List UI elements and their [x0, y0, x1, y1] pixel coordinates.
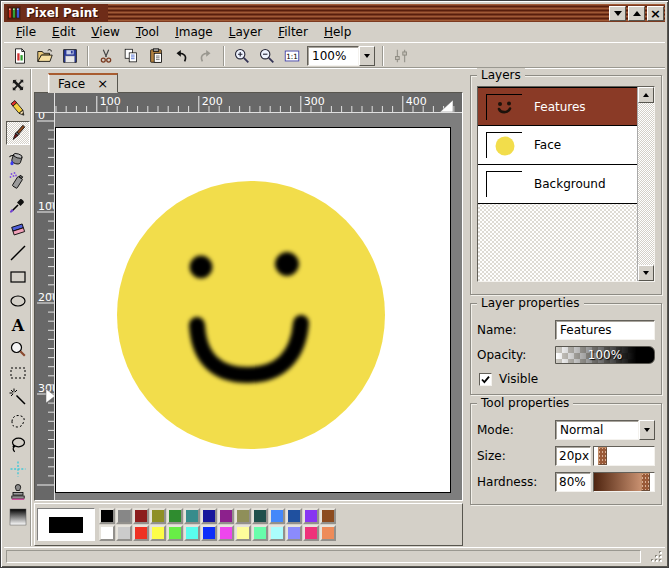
layer-name-input[interactable]: Features	[555, 320, 655, 340]
actual-size-button[interactable]: 1:1	[280, 45, 304, 67]
menu-file[interactable]: File	[8, 23, 44, 41]
adjust-button[interactable]	[389, 45, 413, 67]
save-button[interactable]	[58, 45, 82, 67]
undo-button[interactable]	[169, 45, 193, 67]
tool-magic-wand[interactable]	[6, 385, 30, 409]
color-swatch-cbcbcb[interactable]	[116, 525, 132, 541]
color-swatch-378c8c[interactable]	[184, 508, 200, 524]
minimize-button[interactable]	[609, 6, 626, 21]
tool-position[interactable]	[6, 457, 30, 481]
color-swatch-fdfd9b[interactable]	[235, 525, 251, 541]
hardness-slider[interactable]	[593, 472, 655, 492]
scroll-down-button[interactable]	[638, 265, 654, 281]
layer-scrollbar[interactable]	[638, 87, 654, 281]
color-swatch-000000[interactable]	[99, 508, 115, 524]
tool-ellipse[interactable]	[6, 289, 30, 313]
color-swatch-8b8bfd[interactable]	[286, 525, 302, 541]
copy-button[interactable]	[119, 45, 143, 67]
size-slider[interactable]	[593, 446, 655, 466]
color-swatch-1f504b[interactable]	[252, 508, 268, 524]
mode-select[interactable]: Normal	[555, 420, 655, 440]
scroll-up-button[interactable]	[638, 87, 654, 103]
size-slider-thumb[interactable]	[598, 447, 607, 465]
current-color-well[interactable]	[37, 508, 95, 541]
tool-airbrush[interactable]	[6, 169, 30, 193]
hardness-input[interactable]: 80%	[555, 472, 591, 492]
zoom-level-dropdown-button[interactable]	[359, 46, 375, 66]
tool-gradient[interactable]	[6, 505, 30, 529]
tool-text[interactable]: A	[6, 313, 30, 337]
layer-row-features[interactable]: Features	[478, 87, 637, 126]
color-swatch-1f509f[interactable]	[286, 508, 302, 524]
color-swatch-ee46ee[interactable]	[218, 525, 234, 541]
open-button[interactable]	[33, 45, 57, 67]
layer-row-background[interactable]: Background	[478, 165, 637, 204]
tool-free-select[interactable]	[6, 409, 30, 433]
menu-help[interactable]: Help	[316, 23, 359, 41]
smiley-drawing	[56, 128, 450, 492]
paste-button[interactable]	[144, 45, 168, 67]
color-swatch-fdfd47[interactable]	[150, 525, 166, 541]
size-input[interactable]: 20px	[555, 446, 591, 466]
tool-lasso[interactable]	[6, 433, 30, 457]
color-swatch-8c218c[interactable]	[218, 508, 234, 524]
menu-layer[interactable]: Layer	[221, 23, 270, 41]
color-swatch-ffffff[interactable]	[99, 525, 115, 541]
tool-clone-stamp[interactable]	[6, 481, 30, 505]
color-swatch-59fdee[interactable]	[184, 525, 200, 541]
color-swatch-8f8f25[interactable]	[150, 508, 166, 524]
color-swatch-0d2dfa[interactable]	[201, 525, 217, 541]
tool-pencil[interactable]	[6, 97, 30, 121]
color-swatch-4588fa[interactable]	[269, 508, 285, 524]
menu-filter[interactable]: Filter	[270, 23, 316, 41]
canvas-page[interactable]	[55, 127, 451, 493]
opacity-slider[interactable]: 100%	[555, 346, 655, 364]
tool-line[interactable]	[6, 241, 30, 265]
menu-view[interactable]: View	[83, 23, 127, 41]
hardness-label: Hardness:	[477, 475, 555, 489]
color-swatch-8c4b1f[interactable]	[320, 508, 336, 524]
color-swatch-68fdab[interactable]	[252, 525, 268, 541]
tool-brush[interactable]	[6, 121, 30, 145]
layer-row-face[interactable]: Face	[478, 126, 637, 165]
mode-dropdown-button[interactable]	[639, 420, 655, 440]
tool-eraser[interactable]	[6, 217, 30, 241]
resize-grip[interactable]	[649, 549, 663, 563]
tool-fill[interactable]	[6, 145, 30, 169]
tool-zoom[interactable]	[6, 337, 30, 361]
color-swatch-ee327a[interactable]	[303, 525, 319, 541]
color-swatch-abfdfd[interactable]	[269, 525, 285, 541]
ellipse-icon	[8, 291, 28, 311]
color-swatch-17179c[interactable]	[201, 508, 217, 524]
hardness-slider-thumb[interactable]	[641, 473, 650, 491]
zoom-out-button[interactable]	[255, 45, 279, 67]
menu-image[interactable]: Image	[167, 23, 221, 41]
menu-tool[interactable]: Tool	[128, 23, 167, 41]
title-bar[interactable]: Pixel Paint ×	[4, 4, 665, 22]
zoom-in-button[interactable]	[230, 45, 254, 67]
zoom-level-value[interactable]: 100%	[307, 46, 359, 66]
color-swatch-2f8c2f[interactable]	[167, 508, 183, 524]
color-swatch-ee8b59[interactable]	[320, 525, 336, 541]
tab-close-icon[interactable]: ×	[97, 78, 108, 89]
tool-rectangle[interactable]	[6, 265, 30, 289]
tool-eyedropper[interactable]	[6, 193, 30, 217]
color-swatch-8f8f59[interactable]	[235, 508, 251, 524]
maximize-button[interactable]	[628, 6, 645, 21]
color-swatch-68ee46[interactable]	[167, 525, 183, 541]
tool-move[interactable]	[6, 73, 30, 97]
redo-button[interactable]	[194, 45, 218, 67]
color-swatch-878787[interactable]	[116, 508, 132, 524]
svg-text:100: 100	[38, 200, 55, 213]
visible-checkbox[interactable]	[479, 373, 492, 386]
new-button[interactable]	[8, 45, 32, 67]
cut-button[interactable]	[94, 45, 118, 67]
tab-face[interactable]: Face ×	[48, 73, 118, 93]
zoom-level-combo[interactable]: 100%	[307, 46, 375, 66]
menu-edit[interactable]: Edit	[44, 23, 83, 41]
color-swatch-ee3223[interactable]	[133, 525, 149, 541]
color-swatch-8c1d1d[interactable]	[133, 508, 149, 524]
close-button[interactable]: ×	[647, 6, 664, 21]
color-swatch-8735f2[interactable]	[303, 508, 319, 524]
tool-select-rectangle[interactable]	[6, 361, 30, 385]
